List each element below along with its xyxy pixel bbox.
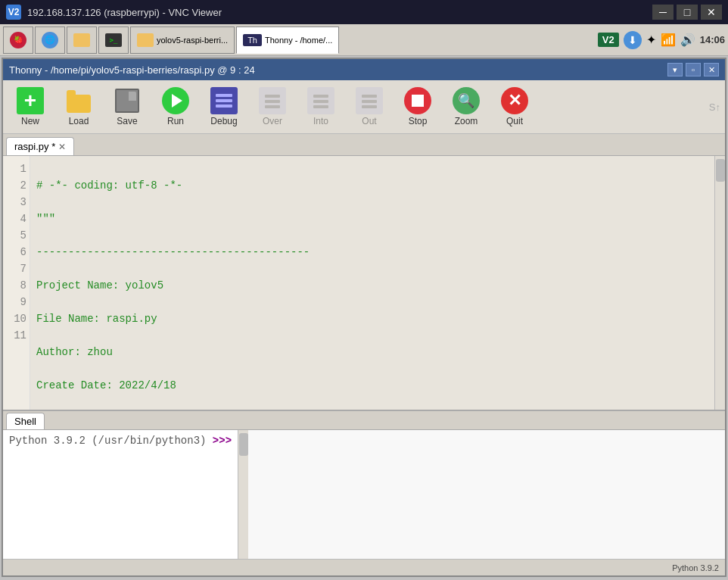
folder-icon [73, 33, 90, 47]
debug-icon [210, 87, 238, 114]
taskbar-folder-item[interactable]: yolov5-raspi-berri... [130, 27, 235, 54]
shell-scrollbar-thumb[interactable] [239, 433, 248, 456]
taskbar-terminal[interactable]: >_ [98, 27, 129, 54]
stop-circle [404, 87, 431, 114]
taskbar-files[interactable] [67, 27, 97, 54]
volume-icon: 🔊 [680, 33, 695, 47]
window-controls[interactable]: ─ □ ✕ [652, 5, 722, 20]
out-icon-shape [356, 87, 383, 114]
line-number: 10 [6, 310, 26, 327]
run-button[interactable]: Run [153, 83, 198, 130]
line-number: 6 [6, 244, 26, 260]
thonny-window: Thonny - /home/pi/yolov5-raspi-berries/r… [2, 58, 726, 577]
line-number: 3 [6, 194, 26, 210]
editor-scrollbar[interactable] [714, 156, 725, 410]
save-icon [114, 87, 141, 114]
editor-section: raspi.py * ✕ 1 2 3 4 5 6 7 8 9 10 11 [3, 134, 725, 410]
new-button[interactable]: + New [8, 83, 53, 130]
debug-label: Debug [210, 116, 237, 126]
over-button[interactable]: Over [250, 83, 295, 130]
editor-inner: 1 2 3 4 5 6 7 8 9 10 11 # -*- coding: ut… [3, 156, 725, 410]
taskbar-folder-label: yolov5-raspi-berri... [157, 36, 228, 45]
svg-rect-2 [216, 104, 232, 108]
shell-panel: Shell Python 3.9.2 (/usr/bin/python3) >>… [3, 410, 725, 559]
zoom-icon: 🔍 [453, 87, 480, 114]
line-number: 4 [6, 210, 26, 227]
save-button[interactable]: Save [104, 83, 150, 130]
debug-button[interactable]: Debug [201, 83, 247, 130]
debug-icon-shape [210, 87, 238, 114]
svg-rect-10 [362, 100, 377, 103]
new-label: New [21, 116, 39, 126]
taskbar: 🍓 🌐 >_ yolov5-raspi-berri... Th Thonny -… [0, 24, 728, 56]
new-icon: + [17, 87, 44, 114]
status-bar: Python 3.9.2 [3, 559, 725, 575]
load-icon [65, 87, 92, 114]
bluetooth-icon: ✦ [646, 33, 656, 47]
code-editor[interactable]: # -*- coding: utf-8 -*- """ ------------… [30, 156, 714, 410]
svg-rect-5 [265, 105, 280, 108]
editor-tab-raspi[interactable]: raspi.py * ✕ [6, 137, 74, 155]
taskbar-browser[interactable]: 🌐 [35, 27, 65, 54]
run-label: Run [167, 116, 184, 126]
quit-icon: ✕ [501, 87, 528, 114]
wifi-icon: 📶 [661, 33, 676, 47]
thonny-dropdown-btn[interactable]: ▾ [667, 63, 683, 76]
code-line-3: ----------------------------------------… [36, 244, 708, 260]
shell-tabs: Shell [3, 411, 725, 430]
shell-tab[interactable]: Shell [6, 413, 45, 429]
stop-icon [404, 87, 431, 114]
taskbar-thonny[interactable]: Th Thonny - /home/... [236, 27, 339, 54]
close-button[interactable]: ✕ [701, 5, 722, 20]
out-button[interactable]: Out [347, 83, 392, 130]
quit-button[interactable]: ✕ Quit [492, 83, 537, 130]
line-number: 9 [6, 294, 26, 310]
editor-scrollbar-thumb[interactable] [716, 159, 725, 182]
taskbar-right: V2 ⬇ ✦ 📶 🔊 14:06 [598, 31, 725, 49]
code-line-4: Project Name: yolov5 [36, 277, 708, 294]
line-numbers: 1 2 3 4 5 6 7 8 9 10 11 [3, 156, 30, 410]
line-number: 1 [6, 161, 26, 177]
zoom-icon-circle: 🔍 [453, 87, 480, 114]
toolbar: + New Load Save [3, 80, 725, 134]
svg-rect-8 [313, 105, 328, 108]
code-line-2: """ [36, 210, 708, 227]
taskbar-raspberry[interactable]: 🍓 [3, 27, 33, 54]
download-icon[interactable]: ⬇ [624, 31, 642, 49]
zoom-button[interactable]: 🔍 Zoom [443, 83, 489, 130]
tab-filename: raspi.py * [14, 141, 55, 152]
stop-button[interactable]: Stop [395, 83, 440, 130]
minimize-button[interactable]: ─ [652, 5, 674, 20]
shell-content[interactable]: Python 3.9.2 (/usr/bin/python3) >>> [3, 430, 238, 559]
load-label: Load [69, 116, 89, 126]
quit-label: Quit [506, 116, 523, 126]
zoom-label: Zoom [455, 116, 478, 126]
quit-circle: ✕ [501, 87, 528, 114]
over-icon [259, 87, 286, 114]
svg-rect-7 [313, 100, 328, 103]
load-folder-shape [67, 95, 91, 113]
new-icon-shape: + [17, 87, 44, 114]
time-display: 14:06 [700, 34, 725, 45]
thonny-close-btn[interactable]: ✕ [704, 63, 719, 76]
thonny-body: + New Load Save [3, 80, 725, 575]
load-button[interactable]: Load [56, 83, 101, 130]
line-number: 7 [6, 260, 26, 277]
shell-scrollbar[interactable] [238, 430, 248, 559]
raspberry-icon: 🍓 [10, 32, 26, 48]
globe-icon: 🌐 [42, 32, 58, 48]
title-bar: V2 192.168.137.126 (raspberrypi) - VNC V… [0, 0, 728, 24]
shell-prompt: >>> [213, 435, 232, 447]
tab-close-btn[interactable]: ✕ [58, 142, 66, 152]
script-indicator: S↑ [709, 101, 720, 113]
maximize-button[interactable]: □ [677, 5, 698, 20]
thonny-restore-btn[interactable]: ▫ [686, 63, 701, 76]
into-icon-shape [307, 87, 334, 114]
python-version-text: Python 3.9.2 (/usr/bin/python3) [9, 435, 206, 447]
thonny-title-controls[interactable]: ▾ ▫ ✕ [667, 63, 719, 76]
ve-badge: V2 [598, 33, 619, 47]
stop-square [412, 95, 424, 107]
into-button[interactable]: Into [298, 83, 344, 130]
code-line-1: # -*- coding: utf-8 -*- [36, 177, 708, 194]
over-label: Over [263, 116, 282, 126]
